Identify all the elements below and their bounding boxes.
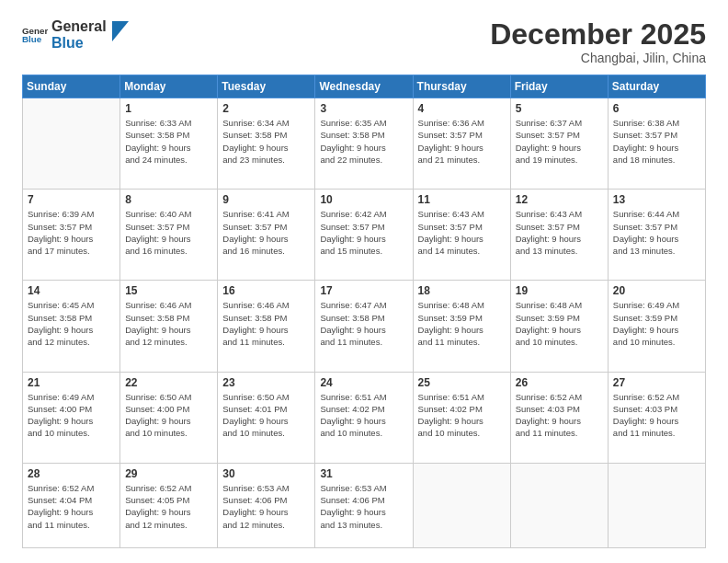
day-number: 28 <box>28 467 115 480</box>
calendar-cell <box>413 463 510 547</box>
day-number: 2 <box>222 102 310 115</box>
day-info: Sunrise: 6:46 AM Sunset: 3:58 PM Dayligh… <box>125 299 212 348</box>
day-number: 8 <box>125 193 212 206</box>
day-info: Sunrise: 6:43 AM Sunset: 3:57 PM Dayligh… <box>516 208 603 257</box>
calendar-cell: 23Sunrise: 6:50 AM Sunset: 4:01 PM Dayli… <box>218 372 315 463</box>
day-info: Sunrise: 6:43 AM Sunset: 3:57 PM Dayligh… <box>418 208 506 257</box>
day-info: Sunrise: 6:49 AM Sunset: 3:59 PM Dayligh… <box>613 299 700 348</box>
svg-text:Blue: Blue <box>22 34 42 44</box>
calendar-cell <box>510 463 608 547</box>
day-info: Sunrise: 6:50 AM Sunset: 4:00 PM Dayligh… <box>125 391 212 440</box>
day-info: Sunrise: 6:40 AM Sunset: 3:57 PM Dayligh… <box>125 208 212 257</box>
day-info: Sunrise: 6:53 AM Sunset: 4:06 PM Dayligh… <box>222 482 310 531</box>
day-info: Sunrise: 6:46 AM Sunset: 3:58 PM Dayligh… <box>222 299 310 348</box>
calendar-cell <box>23 98 120 190</box>
week-row-5: 28Sunrise: 6:52 AM Sunset: 4:04 PM Dayli… <box>23 463 706 547</box>
day-info: Sunrise: 6:50 AM Sunset: 4:01 PM Dayligh… <box>222 391 310 440</box>
calendar-cell: 15Sunrise: 6:46 AM Sunset: 3:58 PM Dayli… <box>120 281 218 372</box>
calendar-cell: 27Sunrise: 6:52 AM Sunset: 4:03 PM Dayli… <box>608 372 705 463</box>
day-info: Sunrise: 6:53 AM Sunset: 4:06 PM Dayligh… <box>320 482 407 531</box>
day-number: 14 <box>28 284 115 297</box>
calendar-cell: 2Sunrise: 6:34 AM Sunset: 3:58 PM Daylig… <box>218 98 315 190</box>
location: Changbai, Jilin, China <box>490 51 706 65</box>
day-number: 17 <box>320 284 407 297</box>
day-number: 15 <box>125 284 212 297</box>
svg-marker-3 <box>112 21 129 41</box>
day-number: 1 <box>125 102 212 115</box>
day-info: Sunrise: 6:41 AM Sunset: 3:57 PM Dayligh… <box>222 208 310 257</box>
calendar-cell: 31Sunrise: 6:53 AM Sunset: 4:06 PM Dayli… <box>315 463 413 547</box>
calendar-cell: 5Sunrise: 6:37 AM Sunset: 3:57 PM Daylig… <box>510 98 608 190</box>
day-info: Sunrise: 6:47 AM Sunset: 3:58 PM Dayligh… <box>320 299 407 348</box>
day-number: 24 <box>320 376 407 389</box>
day-info: Sunrise: 6:34 AM Sunset: 3:58 PM Dayligh… <box>222 117 310 166</box>
day-number: 22 <box>125 376 212 389</box>
day-header-tuesday: Tuesday <box>218 75 315 98</box>
calendar-cell: 14Sunrise: 6:45 AM Sunset: 3:58 PM Dayli… <box>23 281 120 372</box>
day-header-sunday: Sunday <box>23 75 120 98</box>
calendar-cell: 17Sunrise: 6:47 AM Sunset: 3:58 PM Dayli… <box>315 281 413 372</box>
calendar-cell: 26Sunrise: 6:52 AM Sunset: 4:03 PM Dayli… <box>510 372 608 463</box>
page: General Blue General Blue December 2025 … <box>0 0 728 563</box>
calendar-cell: 1Sunrise: 6:33 AM Sunset: 3:58 PM Daylig… <box>120 98 218 190</box>
day-number: 31 <box>320 467 407 480</box>
day-number: 19 <box>516 284 603 297</box>
calendar-cell: 19Sunrise: 6:48 AM Sunset: 3:59 PM Dayli… <box>510 281 608 372</box>
calendar-cell: 4Sunrise: 6:36 AM Sunset: 3:57 PM Daylig… <box>413 98 510 190</box>
day-number: 9 <box>222 193 310 206</box>
day-number: 5 <box>516 102 603 115</box>
day-info: Sunrise: 6:44 AM Sunset: 3:57 PM Dayligh… <box>613 208 700 257</box>
day-number: 20 <box>613 284 700 297</box>
calendar-cell: 6Sunrise: 6:38 AM Sunset: 3:57 PM Daylig… <box>608 98 705 190</box>
calendar-cell: 20Sunrise: 6:49 AM Sunset: 3:59 PM Dayli… <box>608 281 705 372</box>
week-row-2: 7Sunrise: 6:39 AM Sunset: 3:57 PM Daylig… <box>23 190 706 281</box>
header: General Blue General Blue December 2025 … <box>22 18 706 65</box>
day-info: Sunrise: 6:52 AM Sunset: 4:04 PM Dayligh… <box>28 482 115 531</box>
calendar-cell: 16Sunrise: 6:46 AM Sunset: 3:58 PM Dayli… <box>218 281 315 372</box>
calendar-table: SundayMondayTuesdayWednesdayThursdayFrid… <box>22 75 706 548</box>
calendar-cell: 22Sunrise: 6:50 AM Sunset: 4:00 PM Dayli… <box>120 372 218 463</box>
calendar-cell: 18Sunrise: 6:48 AM Sunset: 3:59 PM Dayli… <box>413 281 510 372</box>
day-info: Sunrise: 6:52 AM Sunset: 4:05 PM Dayligh… <box>125 482 212 531</box>
day-number: 26 <box>516 376 603 389</box>
logo-general: General <box>51 18 107 35</box>
calendar-cell: 10Sunrise: 6:42 AM Sunset: 3:57 PM Dayli… <box>315 190 413 281</box>
calendar-header-row: SundayMondayTuesdayWednesdayThursdayFrid… <box>23 75 706 98</box>
day-header-friday: Friday <box>510 75 608 98</box>
calendar-cell: 29Sunrise: 6:52 AM Sunset: 4:05 PM Dayli… <box>120 463 218 547</box>
calendar-cell: 11Sunrise: 6:43 AM Sunset: 3:57 PM Dayli… <box>413 190 510 281</box>
calendar-cell: 13Sunrise: 6:44 AM Sunset: 3:57 PM Dayli… <box>608 190 705 281</box>
day-info: Sunrise: 6:37 AM Sunset: 3:57 PM Dayligh… <box>516 117 603 166</box>
day-number: 3 <box>320 102 407 115</box>
calendar-cell: 25Sunrise: 6:51 AM Sunset: 4:02 PM Dayli… <box>413 372 510 463</box>
logo-blue: Blue <box>51 35 107 52</box>
calendar-cell: 21Sunrise: 6:49 AM Sunset: 4:00 PM Dayli… <box>23 372 120 463</box>
day-info: Sunrise: 6:52 AM Sunset: 4:03 PM Dayligh… <box>516 391 603 440</box>
day-header-thursday: Thursday <box>413 75 510 98</box>
day-number: 7 <box>28 193 115 206</box>
day-info: Sunrise: 6:35 AM Sunset: 3:58 PM Dayligh… <box>320 117 407 166</box>
day-number: 16 <box>222 284 310 297</box>
day-number: 23 <box>222 376 310 389</box>
day-number: 13 <box>613 193 700 206</box>
day-info: Sunrise: 6:51 AM Sunset: 4:02 PM Dayligh… <box>320 391 407 440</box>
day-info: Sunrise: 6:48 AM Sunset: 3:59 PM Dayligh… <box>516 299 603 348</box>
day-number: 18 <box>418 284 506 297</box>
day-number: 10 <box>320 193 407 206</box>
day-number: 27 <box>613 376 700 389</box>
logo: General Blue General Blue <box>22 18 129 51</box>
day-info: Sunrise: 6:52 AM Sunset: 4:03 PM Dayligh… <box>613 391 700 440</box>
day-header-saturday: Saturday <box>608 75 705 98</box>
calendar-cell: 30Sunrise: 6:53 AM Sunset: 4:06 PM Dayli… <box>218 463 315 547</box>
day-info: Sunrise: 6:45 AM Sunset: 3:58 PM Dayligh… <box>28 299 115 348</box>
calendar-cell: 28Sunrise: 6:52 AM Sunset: 4:04 PM Dayli… <box>23 463 120 547</box>
day-header-monday: Monday <box>120 75 218 98</box>
day-info: Sunrise: 6:51 AM Sunset: 4:02 PM Dayligh… <box>418 391 506 440</box>
day-number: 25 <box>418 376 506 389</box>
calendar-cell: 24Sunrise: 6:51 AM Sunset: 4:02 PM Dayli… <box>315 372 413 463</box>
day-number: 4 <box>418 102 506 115</box>
day-number: 6 <box>613 102 700 115</box>
month-title: December 2025 <box>490 18 706 51</box>
title-block: December 2025 Changbai, Jilin, China <box>490 18 706 65</box>
calendar-cell <box>608 463 705 547</box>
